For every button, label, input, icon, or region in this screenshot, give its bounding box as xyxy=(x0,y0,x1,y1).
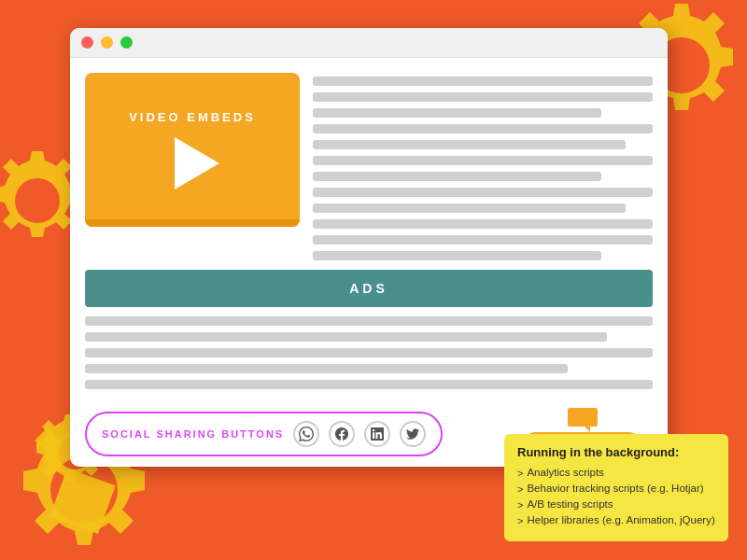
twitter-icon[interactable] xyxy=(400,421,426,447)
info-box-item-4: > Helper libraries (e.g. Animation, jQue… xyxy=(517,514,715,526)
info-box-item-2: > Behavior tracking scripts (e.g. Hotjar… xyxy=(517,483,715,495)
top-section: VIDEO EMBEDS xyxy=(85,73,653,260)
text-line xyxy=(313,77,653,86)
text-line xyxy=(313,251,601,260)
facebook-icon[interactable] xyxy=(329,421,355,447)
text-line xyxy=(313,203,626,213)
info-box-item-label-4: Helper libraries (e.g. Animation, jQuery… xyxy=(527,514,714,525)
text-line xyxy=(313,124,653,133)
video-embed-box: VIDEO EMBEDS xyxy=(85,73,300,227)
browser-content: VIDEO EMBEDS ADS xyxy=(70,58,668,467)
traffic-light-yellow[interactable] xyxy=(101,36,113,49)
chat-bubble-icon xyxy=(566,406,599,436)
text-line xyxy=(313,92,653,102)
text-line xyxy=(313,235,653,245)
text-line xyxy=(313,188,653,197)
decorative-shape-icon xyxy=(47,467,121,541)
play-button-icon xyxy=(175,137,219,189)
info-box-item-label-3: A/B testing scripts xyxy=(527,498,613,510)
whatsapp-icon[interactable] xyxy=(293,421,319,447)
ads-bar: ADS xyxy=(85,270,653,307)
text-line xyxy=(85,332,607,342)
info-box-item-3: > A/B testing scripts xyxy=(517,498,715,511)
browser-window: VIDEO EMBEDS ADS xyxy=(70,28,668,467)
text-line xyxy=(313,108,601,118)
arrow-icon-3: > xyxy=(517,499,523,511)
arrow-icon-1: > xyxy=(517,468,523,479)
text-line xyxy=(85,316,653,326)
social-sharing-box: SOCIAL SHARING BUTTONS xyxy=(85,412,443,456)
social-sharing-label: SOCIAL SHARING BUTTONS xyxy=(102,428,284,440)
info-box-item-label-2: Behavior tracking scripts (e.g. Hotjar) xyxy=(527,483,703,494)
text-line xyxy=(313,219,653,229)
linkedin-icon[interactable] xyxy=(364,421,390,447)
arrow-icon-2: > xyxy=(517,483,523,495)
info-box-item-1: > Analytics scripts xyxy=(517,467,715,479)
info-box-item-label-1: Analytics scripts xyxy=(527,467,603,478)
traffic-light-red[interactable] xyxy=(81,36,93,49)
text-line xyxy=(85,348,653,357)
text-lines xyxy=(313,73,653,260)
arrow-icon-4: > xyxy=(517,515,523,526)
svg-rect-0 xyxy=(49,469,115,534)
text-line xyxy=(313,140,626,149)
traffic-light-green[interactable] xyxy=(120,36,133,49)
content-lines xyxy=(85,316,653,389)
info-box-title: Running in the background: xyxy=(517,445,715,459)
info-box: Running in the background: > Analytics s… xyxy=(504,434,728,541)
text-line xyxy=(85,364,568,373)
text-line xyxy=(85,380,653,389)
browser-titlebar xyxy=(70,28,668,58)
video-bottom-bar xyxy=(85,219,300,227)
text-line xyxy=(313,156,653,165)
text-line xyxy=(313,172,601,181)
video-embed-label: VIDEO EMBEDS xyxy=(129,110,256,124)
